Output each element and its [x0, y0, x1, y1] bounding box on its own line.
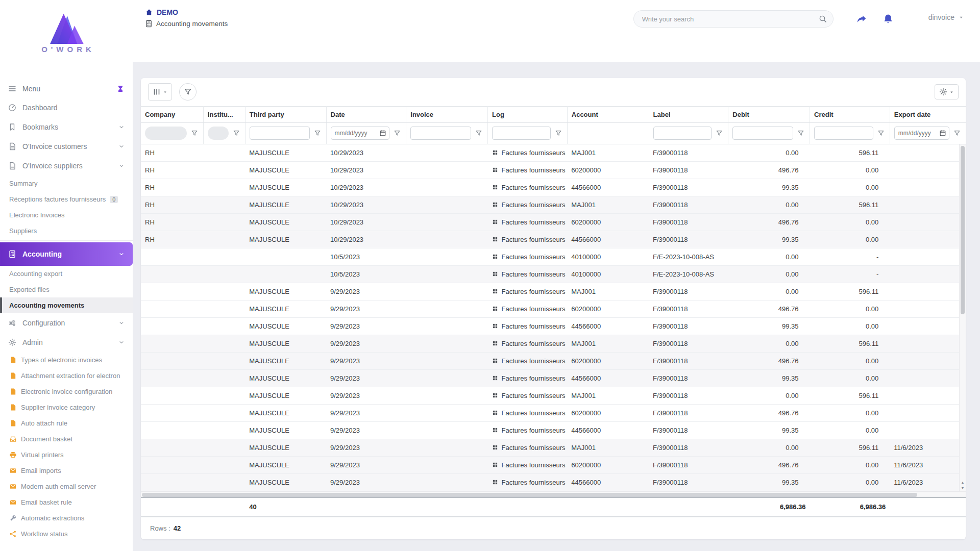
sidebar-item-admin[interactable]: Admin — [0, 333, 133, 352]
table-row[interactable]: MAJUSCULE9/29/2023Factures fournisseurs4… — [141, 370, 966, 387]
filter-funnel-debit[interactable] — [795, 128, 806, 139]
vertical-scrollbar-thumb[interactable] — [961, 146, 965, 314]
notifications-button[interactable] — [880, 11, 896, 27]
sidebar-subitem-modern-auth-email-server[interactable]: Modern auth email server — [0, 479, 133, 494]
search-input[interactable] — [642, 15, 816, 23]
filter-funnel-invoice[interactable] — [473, 128, 484, 139]
table-row[interactable]: RHMAJUSCULE10/29/2023Factures fournisseu… — [141, 179, 966, 196]
sidebar-item-configuration[interactable]: Configuration — [0, 313, 133, 333]
column-header-debit[interactable]: Debit — [728, 106, 810, 122]
search-button[interactable] — [816, 12, 830, 26]
column-header-export-date[interactable]: Export date — [890, 106, 966, 122]
column-header-third-party[interactable]: Third party — [245, 106, 326, 122]
sidebar-subitem-supplier-invoice-category[interactable]: Supplier invoice category — [0, 399, 133, 415]
filter-date-export-date[interactable] — [894, 127, 949, 140]
table-row[interactable]: 10/5/2023Factures fournisseurs40100000F/… — [141, 248, 966, 266]
sidebar-subitem-electronic-invoices[interactable]: Electronic Invoices — [0, 207, 133, 223]
sidebar-subitem-accounting-movements[interactable]: Accounting movements — [0, 297, 133, 313]
table-row[interactable]: RHMAJUSCULE10/29/2023Factures fournisseu… — [141, 162, 966, 179]
sidebar-item-accounting[interactable]: Accounting — [0, 242, 133, 266]
cell-third-party: MAJUSCULE — [245, 231, 326, 248]
table-row[interactable]: MAJUSCULE9/29/2023Factures fournisseursM… — [141, 387, 966, 405]
column-header-date[interactable]: Date — [326, 106, 406, 122]
table-row[interactable]: 10/5/2023Factures fournisseurs40100000F/… — [141, 266, 966, 283]
sidebar-subitem-accounting-export[interactable]: Accounting export — [0, 266, 133, 282]
cell-date: 9/29/2023 — [326, 457, 406, 474]
table-row[interactable]: RHMAJUSCULE10/29/2023Factures fournisseu… — [141, 214, 966, 231]
table-row[interactable]: MAJUSCULE9/29/2023Factures fournisseurs6… — [141, 457, 966, 474]
user-menu[interactable]: dinvoice — [928, 13, 964, 21]
filter-input-invoice[interactable] — [410, 127, 471, 140]
sidebar-subitem-attachment-extraction-for-electron[interactable]: Attachment extraction for electron — [0, 368, 133, 384]
pin-icon[interactable] — [116, 85, 125, 93]
gear-icon — [939, 88, 947, 96]
filter-funnel-log[interactable] — [553, 128, 564, 139]
column-header-account[interactable]: Account — [567, 106, 649, 122]
filter-funnel-export-date[interactable] — [951, 128, 963, 139]
table-row[interactable]: MAJUSCULE9/29/2023Factures fournisseurs4… — [141, 422, 966, 439]
column-header-label[interactable]: Label — [649, 106, 728, 122]
sidebar-item-bookmarks[interactable]: Bookmarks — [0, 117, 133, 137]
columns-button[interactable] — [148, 83, 172, 101]
sidebar-subitem-types-of-electronic-invoices[interactable]: Types of electronic invoices — [0, 352, 133, 368]
sidebar-subitem-suppliers[interactable]: Suppliers — [0, 223, 133, 239]
table-row[interactable]: MAJUSCULE9/29/2023Factures fournisseurs6… — [141, 405, 966, 422]
hamburger-icon[interactable] — [8, 85, 16, 93]
table-row[interactable]: MAJUSCULE9/29/2023Factures fournisseurs4… — [141, 318, 966, 335]
table-row[interactable]: MAJUSCULE9/29/2023Factures fournisseursM… — [141, 283, 966, 300]
journal-icon — [492, 375, 498, 381]
filter-funnel-label[interactable] — [714, 128, 725, 139]
filter-input-debit[interactable] — [732, 127, 793, 140]
filter-funnel-credit[interactable] — [875, 128, 887, 139]
horizontal-scrollbar-thumb[interactable] — [142, 493, 917, 497]
table-row[interactable]: MAJUSCULE9/29/2023Factures fournisseurs6… — [141, 300, 966, 318]
cell-label: F/39000118 — [649, 353, 728, 370]
table-row[interactable]: MAJUSCULE9/29/2023Factures fournisseursM… — [141, 439, 966, 457]
column-header-log[interactable]: Log — [488, 106, 568, 122]
filter-button[interactable] — [179, 83, 197, 101]
filter-input-log[interactable] — [492, 127, 551, 140]
filter-date-input-export-date[interactable] — [898, 130, 939, 137]
settings-button[interactable] — [935, 84, 959, 99]
filter-funnel-institu[interactable] — [231, 128, 242, 139]
table-row[interactable]: MAJUSCULE9/29/2023Factures fournisseursM… — [141, 335, 966, 353]
filter-input-label[interactable] — [653, 127, 712, 140]
sidebar-subitem-electronic-invoice-configuration[interactable]: Electronic invoice configuration — [0, 384, 133, 399]
sidebar-subitem-summary[interactable]: Summary — [0, 176, 133, 191]
sidebar-subitem-workflow-status[interactable]: Workflow status — [0, 526, 133, 542]
column-header-invoice[interactable]: Invoice — [406, 106, 488, 122]
filter-input-third-party[interactable] — [250, 127, 310, 140]
sidebar-subitem-document-basket[interactable]: Document basket — [0, 431, 133, 447]
filter-funnel-date[interactable] — [391, 128, 403, 139]
sidebar-subitem-exported-files[interactable]: Exported files — [0, 282, 133, 297]
vertical-scrollbar[interactable]: ▲ ▼ — [959, 144, 966, 491]
sidebar-subitem-email-imports[interactable]: Email imports — [0, 463, 133, 479]
table-row[interactable]: MAJUSCULE9/29/2023Factures fournisseurs6… — [141, 353, 966, 370]
filter-date-date[interactable] — [331, 127, 390, 140]
column-header-company[interactable]: Company — [141, 106, 203, 122]
filter-input-credit[interactable] — [814, 127, 873, 140]
column-header-credit[interactable]: Credit — [810, 106, 890, 122]
sidebar-item-o-invoice-customers[interactable]: O'Invoice customers — [0, 137, 133, 156]
mail-icon — [9, 467, 17, 474]
sidebar-item-o-invoice-suppliers[interactable]: O'Invoice suppliers — [0, 156, 133, 176]
scroll-up-button[interactable]: ▲ — [961, 481, 965, 485]
sidebar-subitem-auto-attach-rule[interactable]: Auto attach rule — [0, 415, 133, 431]
table-row[interactable]: RHMAJUSCULE10/29/2023Factures fournisseu… — [141, 144, 966, 162]
filter-funnel-third-party[interactable] — [312, 128, 323, 139]
table-row[interactable]: RHMAJUSCULE10/29/2023Factures fournisseu… — [141, 231, 966, 248]
sidebar-subitem-automatic-extractions[interactable]: Automatic extractions — [0, 510, 133, 526]
column-header-institu[interactable]: Institu... — [203, 106, 245, 122]
filter-date-input-date[interactable] — [335, 130, 380, 137]
sidebar-subitem-r-ceptions-factures-fournisseurs[interactable]: Réceptions factures fournisseurs0 — [0, 191, 133, 207]
breadcrumb-app[interactable]: DEMO — [145, 8, 228, 16]
sidebar-item-dashboard[interactable]: Dashboard — [0, 98, 133, 117]
table-row[interactable]: MAJUSCULE9/29/2023Factures fournisseurs4… — [141, 474, 966, 491]
sidebar-subitem-virtual-printers[interactable]: Virtual printers — [0, 447, 133, 463]
sidebar-subitem-email-basket-rule[interactable]: Email basket rule — [0, 494, 133, 510]
horizontal-scrollbar[interactable] — [141, 491, 966, 497]
share-button[interactable] — [854, 11, 869, 27]
table-row[interactable]: RHMAJUSCULE10/29/2023Factures fournisseu… — [141, 196, 966, 214]
scroll-down-button[interactable]: ▼ — [961, 486, 965, 490]
filter-funnel-company[interactable] — [189, 128, 200, 139]
